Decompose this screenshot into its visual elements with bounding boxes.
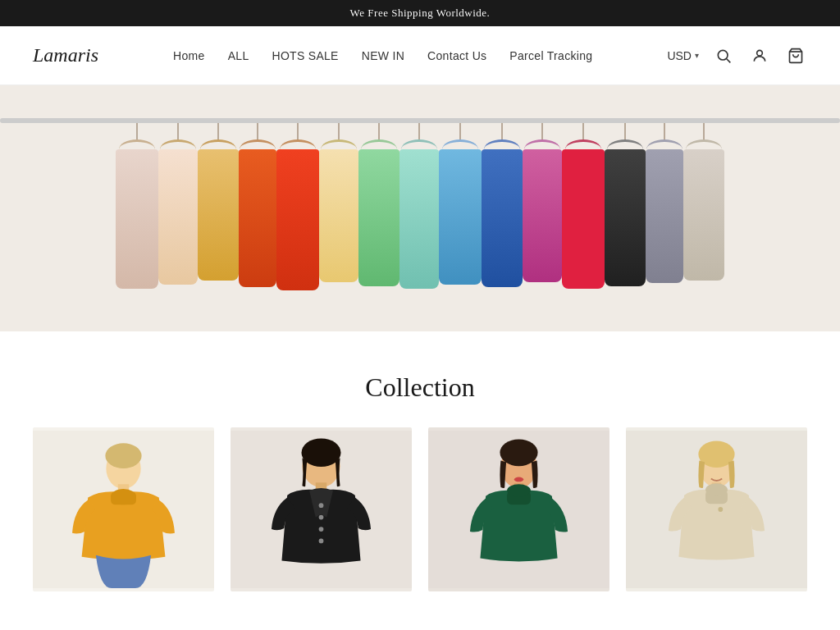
- product-figure-2: [231, 427, 412, 591]
- hook: [418, 123, 420, 139]
- nav-item-parcel-tracking[interactable]: Parcel Tracking: [509, 49, 592, 62]
- hanger-10: [482, 123, 523, 287]
- hook: [624, 123, 626, 139]
- rack-bar: [0, 118, 840, 123]
- product-grid: [33, 427, 807, 591]
- hero-banner: [0, 85, 840, 331]
- nav-item-all[interactable]: ALL: [228, 49, 249, 62]
- search-button[interactable]: [712, 44, 735, 67]
- svg-point-22: [514, 477, 524, 482]
- nav-item-home[interactable]: Home: [173, 49, 205, 62]
- garment: [646, 149, 683, 283]
- hanger-9: [439, 123, 482, 285]
- hanger-4: [239, 123, 276, 287]
- hook: [582, 123, 584, 139]
- product-image-3: [428, 427, 609, 591]
- product-card-2[interactable]: [231, 427, 412, 591]
- collection-section: Collection: [0, 331, 840, 616]
- account-button[interactable]: [748, 44, 771, 67]
- hook: [664, 123, 665, 139]
- product-card-3[interactable]: [428, 427, 609, 591]
- hanger-arms: [361, 139, 397, 149]
- hook: [297, 123, 299, 139]
- hook: [338, 123, 340, 139]
- cart-icon: [788, 48, 804, 64]
- svg-point-31: [705, 483, 728, 495]
- garment: [116, 149, 158, 289]
- garment: [198, 149, 239, 281]
- hook: [136, 123, 138, 139]
- hanger-arms: [442, 139, 478, 149]
- nav-item-hots-sale[interactable]: HOTS SALE: [272, 49, 338, 62]
- hanger-14: [646, 123, 683, 283]
- garment: [683, 149, 724, 281]
- svg-point-2: [757, 50, 763, 56]
- hanger-arms: [686, 139, 722, 149]
- header: Lamaris Home ALL HOTS SALE NEW IN Contac…: [0, 26, 840, 85]
- hanger-3: [198, 123, 239, 281]
- announcement-bar: We Free Shipping Worldwide.: [0, 0, 840, 26]
- hanger-13: [605, 123, 646, 286]
- hanger-arms: [484, 139, 520, 149]
- navigation: Home ALL HOTS SALE NEW IN Contact Us Par…: [173, 49, 592, 62]
- product-card-1[interactable]: [33, 427, 214, 591]
- search-icon: [715, 48, 732, 64]
- product-image-4: [626, 427, 807, 591]
- hanger-arms: [524, 139, 560, 149]
- garment: [158, 149, 198, 285]
- hanger-8: [399, 123, 439, 289]
- hanger-arms: [401, 139, 437, 149]
- product-figure-4: [626, 427, 807, 591]
- garment: [276, 149, 319, 290]
- hanger-2: [158, 123, 198, 285]
- currency-selector[interactable]: USD ▾: [667, 49, 699, 62]
- hook: [541, 123, 543, 139]
- garment: [239, 149, 276, 287]
- hanger-arms: [607, 139, 643, 149]
- garment: [439, 149, 482, 285]
- currency-chevron-icon: ▾: [695, 51, 699, 60]
- hanger-arms: [280, 139, 316, 149]
- hanger-5: [276, 123, 319, 290]
- svg-point-24: [507, 484, 531, 496]
- announcement-text: We Free Shipping Worldwide.: [350, 7, 491, 19]
- hanger-6: [319, 123, 358, 282]
- hook: [257, 123, 258, 139]
- hanger-arms: [200, 139, 236, 149]
- svg-point-14: [319, 503, 324, 508]
- nav-item-new-in[interactable]: NEW IN: [362, 49, 404, 62]
- product-figure-1: [33, 427, 214, 591]
- hanger-15: [683, 123, 724, 281]
- nav-item-contact-us[interactable]: Contact Us: [427, 49, 486, 62]
- svg-point-0: [718, 50, 728, 60]
- hook: [217, 123, 219, 139]
- hook: [378, 123, 380, 139]
- hanger-arms: [119, 139, 155, 149]
- svg-point-6: [105, 443, 141, 468]
- svg-rect-9: [111, 492, 136, 504]
- product-card-4[interactable]: [626, 427, 807, 591]
- cart-button[interactable]: [784, 44, 807, 67]
- user-icon: [751, 48, 768, 64]
- hanger-arms: [240, 139, 276, 149]
- garment: [319, 149, 358, 282]
- hanger-12: [562, 123, 605, 289]
- hook: [177, 123, 179, 139]
- header-actions: USD ▾: [667, 44, 807, 67]
- svg-point-15: [319, 515, 324, 520]
- hanger-arms: [321, 139, 357, 149]
- hanger-1: [116, 123, 158, 289]
- product-image-1: [33, 427, 214, 591]
- svg-point-12: [301, 439, 340, 468]
- product-figure-3: [428, 427, 609, 591]
- currency-label: USD: [667, 49, 692, 62]
- collection-title: Collection: [33, 372, 807, 403]
- hanger-7: [358, 123, 399, 286]
- garment: [399, 149, 439, 289]
- garment: [482, 149, 523, 287]
- svg-line-1: [727, 58, 731, 62]
- hanger-arms: [160, 139, 196, 149]
- hook: [703, 123, 705, 139]
- garment: [523, 149, 562, 282]
- logo[interactable]: Lamaris: [33, 44, 98, 66]
